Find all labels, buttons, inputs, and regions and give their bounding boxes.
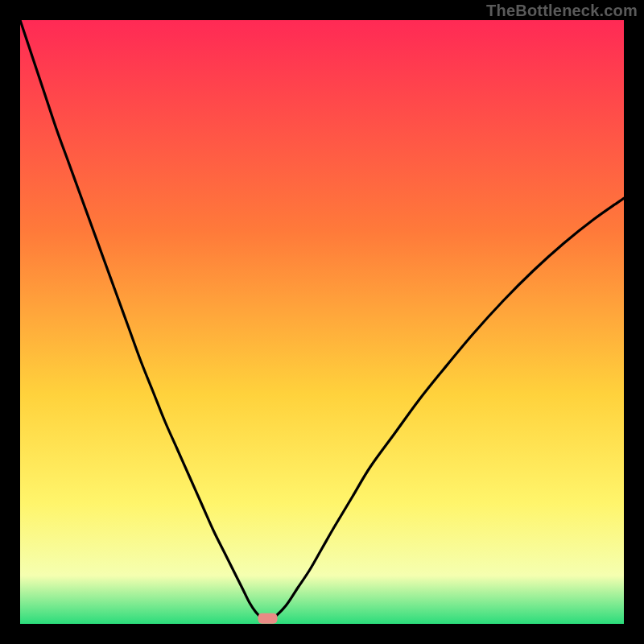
watermark-text: TheBottleneck.com bbox=[486, 2, 638, 20]
chart-svg bbox=[20, 20, 624, 624]
plot-area bbox=[20, 20, 624, 624]
minimum-marker bbox=[258, 613, 278, 624]
gradient-background bbox=[20, 20, 624, 624]
chart-frame: TheBottleneck.com bbox=[0, 0, 644, 644]
